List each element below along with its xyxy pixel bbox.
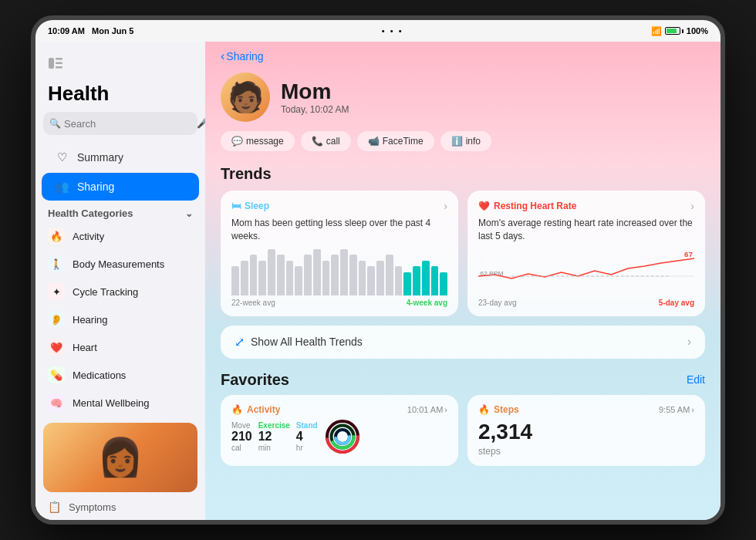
heart-chart-footer: 23-day avg 5-day avg bbox=[478, 299, 694, 307]
sleep-description: Mom has been getting less sleep over the… bbox=[231, 217, 447, 243]
profile-info: Mom Today, 10:02 AM bbox=[281, 79, 349, 115]
ipad-frame: 10:09 AM Mon Jun 5 • • • 📶 100% bbox=[31, 15, 725, 525]
steps-fav-card[interactable]: 🔥 Steps 9:55 AM › 2,314 steps bbox=[467, 395, 705, 466]
steps-value: 2,314 bbox=[478, 420, 532, 444]
sleep-chart bbox=[231, 249, 447, 295]
message-button[interactable]: 💬 message bbox=[221, 131, 295, 151]
stand-unit: hr bbox=[296, 444, 318, 452]
heart-rate-trend-card[interactable]: ❤️ Resting Heart Rate › Mom's average re… bbox=[467, 191, 705, 316]
sleep-chart-area bbox=[231, 249, 447, 295]
activity-fav-header: 🔥 Activity 10:01 AM › bbox=[231, 404, 447, 415]
svg-rect-0 bbox=[49, 58, 54, 69]
app-content: Health 🔍 🎤 ♡ Summary 👥 Sharing Health Ca… bbox=[35, 42, 721, 520]
back-chevron-icon: ‹ bbox=[221, 49, 224, 63]
profile-avatar-emoji: 🧑🏾 bbox=[228, 80, 264, 114]
stand-value: 4 bbox=[296, 430, 318, 444]
hearing-label: Hearing bbox=[73, 314, 108, 326]
heart-recent-label: 5-day avg bbox=[659, 299, 694, 307]
heart-rate-chart: 67 62 BPM bbox=[478, 249, 694, 295]
message-icon: 💬 bbox=[231, 136, 243, 147]
activity-label: Activity bbox=[73, 231, 104, 242]
steps-unit: steps bbox=[478, 446, 532, 457]
category-heart[interactable]: ❤️ Heart bbox=[35, 333, 205, 361]
steps-fav-time: 9:55 AM › bbox=[659, 405, 694, 414]
edit-button[interactable]: Edit bbox=[687, 373, 705, 386]
sleep-avg-label: 22-week avg bbox=[231, 299, 275, 307]
sidebar: Health 🔍 🎤 ♡ Summary 👥 Sharing Health Ca… bbox=[35, 42, 205, 520]
status-bar: 10:09 AM Mon Jun 5 • • • 📶 100% bbox=[35, 20, 721, 42]
sleep-chart-footer: 22-week avg 4-week avg bbox=[231, 299, 447, 307]
steps-fav-header: 🔥 Steps 9:55 AM › bbox=[478, 404, 694, 415]
hearing-icon: 👂 bbox=[48, 311, 65, 328]
show-all-label: Show All Health Trends bbox=[251, 336, 363, 348]
search-bar[interactable]: 🔍 🎤 bbox=[43, 112, 197, 135]
profile-avatar: 🧑🏾 bbox=[221, 73, 270, 122]
main-content: ‹ Sharing 🧑🏾 Mom Today, 10:02 AM 💬 mess bbox=[205, 42, 721, 520]
facetime-button[interactable]: 📹 FaceTime bbox=[357, 131, 434, 151]
time-label: 10:09 AM bbox=[48, 26, 85, 35]
category-hearing[interactable]: 👂 Hearing bbox=[35, 305, 205, 333]
category-body[interactable]: 🚶 Body Measurements bbox=[35, 250, 205, 278]
heart-rate-icon: ❤️ bbox=[478, 201, 490, 211]
sleep-trend-card[interactable]: 🛏 Sleep › Mom has been getting less slee… bbox=[221, 191, 458, 316]
sleep-chevron-icon: › bbox=[444, 200, 447, 212]
category-mental-wellbeing[interactable]: 🧠 Mental Wellbeing bbox=[35, 389, 205, 417]
svg-rect-3 bbox=[56, 66, 62, 69]
favorites-title: Favorites bbox=[221, 371, 289, 389]
activity-rings bbox=[326, 420, 359, 454]
battery-icon bbox=[665, 27, 683, 35]
activity-fav-card[interactable]: 🔥 Activity 10:01 AM › Move 210 bbox=[221, 395, 458, 466]
move-value: 210 bbox=[231, 430, 252, 444]
profile-section: 🧑🏾 Mom Today, 10:02 AM bbox=[205, 69, 721, 131]
heart-outline-icon: ♡ bbox=[54, 150, 69, 165]
main-header: ‹ Sharing bbox=[205, 42, 721, 69]
call-button[interactable]: 📞 call bbox=[301, 131, 351, 151]
message-label: message bbox=[246, 136, 284, 147]
exercise-value: 12 bbox=[258, 430, 290, 444]
facetime-icon: 📹 bbox=[368, 136, 380, 147]
svg-text:67: 67 bbox=[684, 251, 693, 258]
sidebar-item-sharing[interactable]: 👥 Sharing bbox=[42, 173, 199, 201]
body-icon: 🚶 bbox=[48, 255, 65, 272]
category-cycle[interactable]: ✦ Cycle Tracking bbox=[35, 278, 205, 305]
steps-bottom-row: 2,314 steps bbox=[478, 420, 694, 457]
sidebar-header bbox=[35, 49, 205, 79]
info-button[interactable]: ℹ️ info bbox=[440, 131, 491, 151]
steps-fav-name: Steps bbox=[494, 404, 519, 415]
cycle-icon: ✦ bbox=[48, 283, 65, 300]
chevron-down-icon[interactable]: ⌄ bbox=[185, 208, 193, 219]
back-label: Sharing bbox=[226, 50, 263, 62]
show-all-trends-button[interactable]: ⤢ Show All Health Trends › bbox=[221, 326, 705, 359]
call-label: call bbox=[326, 136, 340, 147]
sharing-label: Sharing bbox=[77, 181, 114, 193]
move-unit: cal bbox=[231, 444, 252, 452]
app-title: Health bbox=[35, 79, 205, 112]
category-activity[interactable]: 🔥 Activity bbox=[35, 222, 205, 250]
back-button[interactable]: ‹ Sharing bbox=[221, 49, 264, 63]
show-all-chevron-icon: › bbox=[687, 335, 691, 349]
sidebar-toggle-button[interactable] bbox=[46, 54, 65, 73]
body-label: Body Measurements bbox=[73, 258, 164, 270]
sidebar-item-summary[interactable]: ♡ Summary bbox=[42, 143, 199, 171]
svg-rect-1 bbox=[56, 58, 62, 60]
mic-icon: 🎤 bbox=[197, 118, 205, 129]
profile-subtitle: Today, 10:02 AM bbox=[281, 104, 349, 115]
action-buttons: 💬 message 📞 call 📹 FaceTime ℹ️ info bbox=[205, 131, 721, 162]
sleep-title: Sleep bbox=[245, 201, 269, 211]
sleep-recent-label: 4-week avg bbox=[407, 299, 447, 307]
category-symptoms[interactable]: 📋 Symptoms bbox=[35, 495, 205, 518]
move-stat: Move 210 cal bbox=[231, 421, 252, 452]
exercise-unit: min bbox=[258, 444, 290, 452]
status-right: 📶 100% bbox=[651, 26, 708, 36]
info-label: info bbox=[466, 136, 481, 147]
category-medications[interactable]: 💊 Medications bbox=[35, 361, 205, 389]
heart-card-header: ❤️ Resting Heart Rate › bbox=[478, 200, 694, 212]
heart-rate-label: ❤️ Resting Heart Rate bbox=[478, 201, 576, 211]
heart-chart-area: 67 62 BPM bbox=[478, 249, 694, 295]
search-input[interactable] bbox=[64, 118, 194, 130]
heart-label: Heart bbox=[73, 342, 97, 353]
mental-icon: 🧠 bbox=[48, 394, 65, 411]
trends-title: Trends bbox=[205, 162, 721, 191]
activity-time-chevron: › bbox=[444, 405, 447, 414]
activity-fav-name: Activity bbox=[247, 404, 280, 415]
